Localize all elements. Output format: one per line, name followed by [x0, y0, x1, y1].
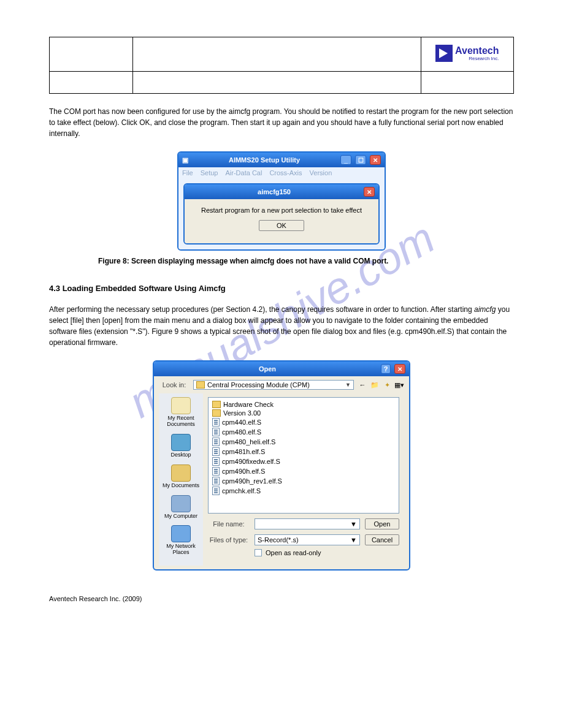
recent-docs-icon: [171, 397, 191, 414]
para2-part-a: After performing the necessary setup pro…: [49, 305, 474, 314]
mycomputer-icon: [171, 495, 191, 512]
readonly-label: Open as read-only: [266, 549, 321, 556]
dialog-message: Restart program for a new port selection…: [196, 207, 367, 214]
places-bar: My Recent Documents Desktop My Documents: [159, 393, 203, 566]
help-button[interactable]: ?: [381, 364, 391, 374]
logo-subtext: Research Inc.: [455, 56, 499, 61]
place-mydocs-label: My Documents: [161, 483, 201, 489]
file-icon: [212, 467, 220, 476]
chevron-down-icon: ▼: [350, 520, 357, 528]
list-item[interactable]: cpm440.elf.S: [212, 417, 395, 427]
folder-icon: [196, 381, 205, 389]
window-titlebar: ▣ AIMMS20 Setup Utility _ ☐ ✕: [178, 153, 385, 167]
list-item[interactable]: Version 3.00: [212, 409, 395, 417]
header-cell-botleft: [50, 72, 133, 94]
logo-text: Aventech: [455, 45, 499, 56]
place-recent[interactable]: My Recent Documents: [161, 397, 201, 428]
figure-9: Open ? ✕ Look in: Central Processing Mod…: [49, 360, 514, 571]
dialog-title: aimcfg150: [188, 188, 360, 195]
ok-button[interactable]: OK: [259, 220, 304, 231]
lookin-value: Central Processing Module (CPM): [207, 381, 310, 389]
file-name: cpmchk.elf.S: [222, 487, 261, 495]
menu-crossaxis[interactable]: Cross-Axis: [269, 169, 302, 176]
chevron-down-icon: ▼: [350, 536, 357, 544]
aventech-logo-icon: [435, 45, 453, 62]
place-recent-label: My Recent Documents: [161, 415, 201, 428]
section-heading: 4.3 Loading Embedded Software Using Aimc…: [49, 284, 514, 293]
open-close-button[interactable]: ✕: [394, 364, 405, 374]
list-item[interactable]: cpmchk.elf.S: [212, 486, 395, 496]
dialog-close-button[interactable]: ✕: [364, 187, 375, 197]
filetype-combo[interactable]: S-Record(*.s) ▼: [255, 534, 360, 545]
folder-icon: [212, 409, 221, 417]
desktop-icon: [171, 434, 191, 451]
list-item[interactable]: cpm480.elf.S: [212, 427, 395, 437]
file-name: cpm481h.elf.S: [222, 448, 265, 455]
file-icon: [212, 487, 220, 495]
file-name: Version 3.00: [223, 409, 261, 417]
open-dialog: Open ? ✕ Look in: Central Processing Mod…: [153, 360, 410, 571]
folder-icon: [212, 401, 221, 408]
cancel-button[interactable]: Cancel: [365, 534, 399, 545]
menu-setup[interactable]: Setup: [201, 169, 218, 176]
place-mydocs[interactable]: My Documents: [161, 464, 201, 489]
maximize-button[interactable]: ☐: [355, 155, 366, 165]
up-folder-icon[interactable]: 📁: [370, 380, 380, 390]
close-button[interactable]: ✕: [370, 155, 381, 165]
place-mycomputer-label: My Computer: [161, 514, 201, 520]
views-icon[interactable]: ▦▾: [394, 380, 404, 390]
header-cell-botright: [421, 72, 513, 94]
place-mycomputer[interactable]: My Computer: [161, 495, 201, 520]
menu-bar: File Setup Air-Data Cal Cross-Axis Versi…: [178, 167, 385, 178]
menu-airdata[interactable]: Air-Data Cal: [225, 169, 262, 176]
place-desktop[interactable]: Desktop: [161, 434, 201, 458]
paragraph-1: The COM port has now been configured for…: [49, 106, 514, 139]
figure-8-caption: Figure 8: Screen displaying message when…: [49, 257, 514, 265]
list-item[interactable]: cpm480_heli.elf.S: [212, 437, 395, 447]
document-header-table: Aventech Research Inc.: [49, 37, 514, 94]
header-cell-topmid: [133, 37, 421, 72]
file-icon: [212, 438, 220, 446]
list-item[interactable]: Hardware Check: [212, 400, 395, 409]
file-icon: [212, 457, 220, 466]
file-name: cpm480_heli.elf.S: [222, 438, 275, 446]
mydocs-icon: [171, 464, 191, 482]
window-title: AIMMS20 Setup Utility: [192, 156, 337, 164]
lookin-combo[interactable]: Central Processing Module (CPM) ▼: [193, 380, 354, 390]
header-cell-topleft: [50, 37, 133, 72]
minimize-button[interactable]: _: [340, 155, 351, 165]
file-icon: [212, 447, 220, 456]
filetype-label: Files of type:: [208, 536, 250, 544]
file-name: cpm490h_rev1.elf.S: [222, 477, 282, 485]
readonly-checkbox[interactable]: [255, 549, 262, 556]
new-folder-icon[interactable]: ✦: [382, 380, 392, 390]
lookin-label: Look in:: [159, 381, 190, 389]
place-network[interactable]: My Network Places: [161, 525, 201, 556]
filename-input[interactable]: ▼: [255, 518, 360, 529]
aimms-setup-window: ▣ AIMMS20 Setup Utility _ ☐ ✕ File Setup…: [177, 151, 386, 251]
file-name: cpm480.elf.S: [222, 428, 261, 436]
file-name: cpm440.elf.S: [222, 419, 261, 426]
back-icon[interactable]: ←: [358, 380, 367, 390]
filetype-value: S-Record(*.s): [258, 536, 299, 544]
chevron-down-icon: ▼: [345, 382, 351, 388]
header-logo-cell: Aventech Research Inc.: [421, 37, 513, 72]
file-list[interactable]: Hardware Check Version 3.00 cpm440.elf.S…: [208, 397, 399, 514]
message-dialog: aimcfg150 ✕ Restart program for a new po…: [183, 183, 380, 245]
open-dialog-title: Open: [158, 365, 377, 373]
figure-8: ▣ AIMMS20 Setup Utility _ ☐ ✕ File Setup…: [49, 151, 514, 251]
place-desktop-label: Desktop: [161, 452, 201, 458]
filename-label: File name:: [208, 520, 250, 528]
menu-version[interactable]: Version: [310, 169, 332, 176]
list-item[interactable]: cpm481h.elf.S: [212, 447, 395, 457]
list-item[interactable]: cpm490fixedw.elf.S: [212, 457, 395, 466]
file-icon: [212, 418, 220, 427]
file-name: Hardware Check: [223, 401, 274, 408]
file-name: cpm490h.elf.S: [222, 468, 265, 475]
app-icon: ▣: [182, 156, 188, 164]
menu-file[interactable]: File: [182, 169, 193, 176]
open-button[interactable]: Open: [365, 518, 399, 529]
network-icon: [171, 525, 191, 542]
list-item[interactable]: cpm490h_rev1.elf.S: [212, 476, 395, 486]
list-item[interactable]: cpm490h.elf.S: [212, 466, 395, 476]
